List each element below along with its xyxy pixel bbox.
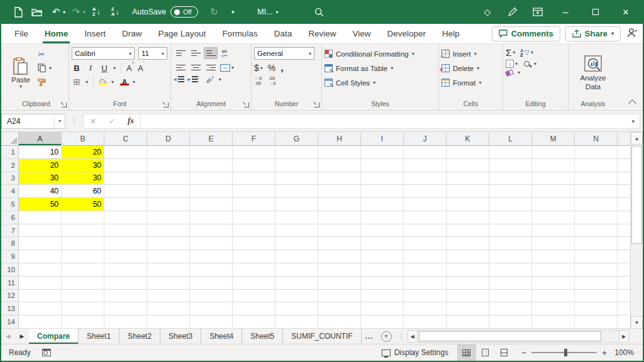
- cell-D6[interactable]: [147, 211, 190, 224]
- cell-B11[interactable]: [62, 277, 104, 289]
- cell-J13[interactable]: [404, 302, 447, 315]
- macro-record-icon[interactable]: [42, 349, 51, 356]
- sheet-tab-sheet5[interactable]: Sheet5: [242, 329, 283, 344]
- cell-A11[interactable]: [19, 277, 62, 289]
- cell-D8[interactable]: [147, 237, 190, 250]
- cell-C2[interactable]: [104, 159, 147, 172]
- cell-B6[interactable]: [62, 211, 104, 224]
- cell-M12[interactable]: [532, 290, 575, 302]
- cell-C4[interactable]: [104, 185, 147, 197]
- cell-E1[interactable]: [190, 146, 233, 158]
- cell-J5[interactable]: [404, 198, 447, 211]
- cell-A9[interactable]: [19, 250, 62, 263]
- cell-J12[interactable]: [404, 290, 447, 302]
- cell-H5[interactable]: [318, 198, 361, 211]
- cell-C13[interactable]: [104, 302, 147, 315]
- row-header-8[interactable]: 8: [1, 237, 19, 250]
- formula-bar-grip-icon[interactable]: ⋮: [65, 117, 83, 125]
- horizontal-scroll-thumb[interactable]: [419, 331, 601, 341]
- cell-L7[interactable]: [489, 224, 532, 237]
- align-top-icon[interactable]: [174, 47, 187, 59]
- column-header-f[interactable]: F: [233, 132, 275, 145]
- cell-M5[interactable]: [532, 198, 575, 211]
- undo-button[interactable]: ↶▾: [48, 4, 65, 20]
- fill-color-chevron-icon[interactable]: ▾: [111, 79, 114, 85]
- row-header-6[interactable]: 6: [1, 211, 19, 224]
- copy-icon[interactable]: [35, 62, 48, 74]
- conditional-formatting-button[interactable]: Conditional Formatting ▾: [325, 47, 436, 60]
- cell-D13[interactable]: [147, 302, 190, 315]
- maximize-button[interactable]: [582, 1, 609, 23]
- cell-F7[interactable]: [233, 224, 275, 237]
- cell-C8[interactable]: [104, 237, 147, 250]
- horizontal-scroll-track[interactable]: [418, 330, 619, 343]
- cell-F12[interactable]: [233, 290, 275, 302]
- align-middle-icon[interactable]: [189, 47, 203, 59]
- cell-I6[interactable]: [361, 211, 404, 224]
- close-button[interactable]: ✕: [613, 1, 639, 23]
- cell-I4[interactable]: [361, 185, 404, 197]
- share-button[interactable]: Share ▾: [565, 26, 621, 41]
- percent-style-button[interactable]: %: [268, 63, 275, 73]
- number-dialog-launcher[interactable]: [313, 101, 319, 107]
- cell-K6[interactable]: [447, 211, 489, 224]
- cell-C1[interactable]: [104, 146, 147, 158]
- column-header-e[interactable]: E: [190, 132, 233, 145]
- column-header-m[interactable]: M: [532, 132, 575, 145]
- cell-K13[interactable]: [447, 302, 489, 315]
- tab-page-layout[interactable]: Page Layout: [150, 24, 214, 43]
- decrease-font-size-button[interactable]: Aˇ: [138, 63, 145, 73]
- cell-H13[interactable]: [318, 302, 361, 315]
- merge-center-icon[interactable]: ↔: [220, 64, 230, 72]
- horizontal-scrollbar[interactable]: ◀ ▶: [408, 330, 629, 343]
- cell-E12[interactable]: [190, 290, 233, 302]
- cell-N12[interactable]: [575, 290, 618, 302]
- cell-G8[interactable]: [275, 237, 318, 250]
- cell-L10[interactable]: [489, 263, 532, 276]
- cell-A14[interactable]: [19, 315, 62, 328]
- align-right-icon[interactable]: [204, 62, 218, 74]
- scroll-up-icon[interactable]: ▲: [631, 132, 643, 145]
- cell-H9[interactable]: [318, 250, 361, 263]
- cell-L13[interactable]: [489, 302, 532, 315]
- cell-A7[interactable]: [19, 224, 62, 237]
- sheet-overflow-indicator[interactable]: ...: [362, 329, 377, 344]
- cell-E8[interactable]: [190, 237, 233, 250]
- sheet-tab-sheet3[interactable]: Sheet3: [160, 329, 201, 344]
- font-name-combo[interactable]: Calibri▾: [72, 47, 135, 60]
- cell-K10[interactable]: [447, 263, 489, 276]
- cell-K8[interactable]: [447, 237, 489, 250]
- vertical-scrollbar[interactable]: ▲ ▼: [630, 132, 643, 329]
- cell-A1[interactable]: 10: [19, 146, 62, 158]
- column-header-k[interactable]: K: [447, 132, 489, 145]
- cell-F10[interactable]: [233, 263, 275, 276]
- tab-insert[interactable]: Insert: [76, 24, 114, 43]
- borders-icon[interactable]: ⊞: [72, 77, 82, 87]
- sheet-tab-sheet1[interactable]: Sheet1: [79, 329, 119, 344]
- cell-E6[interactable]: [190, 211, 233, 224]
- tab-developer[interactable]: Developer: [379, 24, 434, 43]
- cell-L14[interactable]: [489, 315, 532, 328]
- cell-C5[interactable]: [104, 198, 147, 211]
- paste-button[interactable]: Paste ▾: [6, 47, 35, 99]
- qat-customize-chevron-icon[interactable]: ▾: [225, 4, 241, 20]
- comments-button[interactable]: Comments: [492, 26, 560, 41]
- tab-view[interactable]: View: [344, 24, 379, 43]
- sort-filter-button[interactable]: AZ▽▾: [520, 48, 533, 57]
- cell-H8[interactable]: [318, 237, 361, 250]
- cell-B4[interactable]: 60: [62, 185, 104, 197]
- cell-E7[interactable]: [190, 224, 233, 237]
- cell-I9[interactable]: [361, 250, 404, 263]
- cell-D10[interactable]: [147, 263, 190, 276]
- cell-I1[interactable]: [361, 146, 404, 158]
- sheet-nav-right-icon[interactable]: ▶: [15, 329, 29, 344]
- cell-H7[interactable]: [318, 224, 361, 237]
- cell-F6[interactable]: [233, 211, 275, 224]
- cell-I2[interactable]: [361, 159, 404, 172]
- cell-E4[interactable]: [190, 185, 233, 197]
- tab-help[interactable]: Help: [434, 24, 468, 43]
- cell-C14[interactable]: [104, 315, 147, 328]
- cell-K2[interactable]: [447, 159, 489, 172]
- merge-center-chevron-icon[interactable]: ▾: [231, 65, 234, 70]
- cell-E11[interactable]: [190, 277, 233, 289]
